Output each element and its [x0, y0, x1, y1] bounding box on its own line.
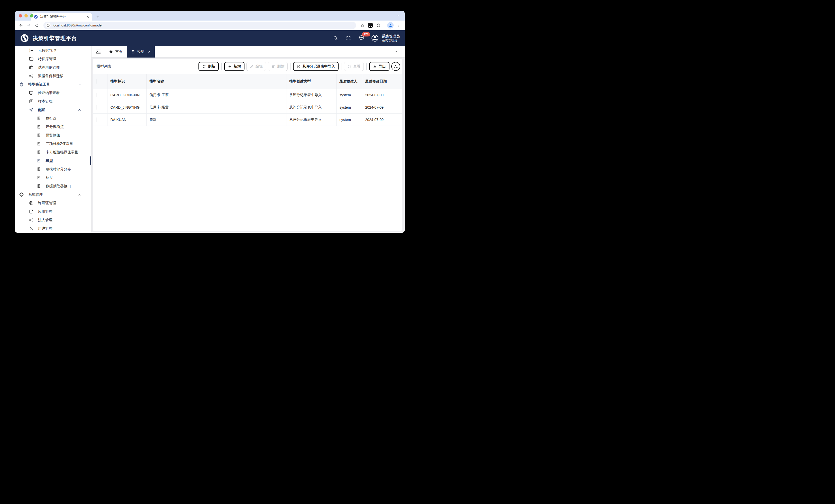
sidebar-item-label: 数据备份和迁移 [38, 74, 63, 78]
sidebar-item-data-extractor-interface[interactable]: 数据抽取器接口 [15, 182, 91, 190]
sidebar-item-ruler[interactable]: 标尺 [15, 173, 91, 182]
site-favicon [34, 15, 38, 19]
sidebar-item-label: 用户管理 [38, 226, 53, 231]
checkbox-cell [93, 101, 107, 113]
sidebar-item-modeling-score-distribution[interactable]: 建模时评分分布 [15, 165, 91, 173]
user-name: 系统管理员 [382, 34, 400, 39]
table-row[interactable]: DAIKUAN贷款从评分记录表中导入system2024-07-09 [93, 113, 402, 126]
forward-button[interactable] [25, 22, 33, 29]
chevron-up-icon[interactable] [77, 192, 82, 197]
trash-icon [271, 64, 275, 68]
site-info-button[interactable] [45, 23, 50, 28]
fullscreen-icon[interactable] [346, 36, 351, 41]
sidebar-item-license-management[interactable]: 许可证管理 [15, 199, 91, 207]
refresh-button[interactable]: 刷新 [199, 62, 219, 71]
tab-model-label: 模型 [137, 49, 144, 54]
row-checkbox[interactable] [96, 105, 96, 110]
maximize-window-button[interactable] [30, 14, 34, 18]
row-checkbox[interactable] [96, 93, 96, 97]
sidebar-item-label: 二项检验Z值常量 [46, 142, 73, 146]
sidebar-item-system-management[interactable]: 系统管理 [15, 190, 91, 199]
table-cell: DAIKUAN [107, 113, 146, 126]
sidebar-item-feature-library-management[interactable]: 特征库管理 [15, 55, 91, 63]
sidebar-item-score-cutoff[interactable]: 评分截断点 [15, 123, 91, 131]
sidebar-item-metadata-management[interactable]: 123元数据管理 [15, 46, 91, 55]
sidebar-item-label: 数据抽取器接口 [46, 184, 71, 189]
sidebar-item-config[interactable]: 配置 [15, 106, 91, 114]
table-cell: 从评分记录表中导入 [286, 113, 336, 126]
sidebar-item-executor[interactable]: 执行器 [15, 114, 91, 123]
sidebar-item-label: 特征库管理 [38, 57, 56, 61]
sidebar-item-binomial-z-constant[interactable]: 二项检验Z值常量 [15, 140, 91, 148]
tab-model-active[interactable]: 模型 [127, 46, 155, 58]
user-menu[interactable]: 系统管理员 系统管理员 [371, 34, 400, 43]
sidebar-item-chi-square-critical-constant[interactable]: 卡方检验临界值常量 [15, 148, 91, 156]
table-row[interactable]: CARD_GONGXIN信用卡-工薪从评分记录表中导入system2024-07… [93, 89, 402, 101]
browser-menu-icon[interactable] [397, 23, 401, 27]
table-header-row: 模型标识模型名称模型创建类型最后修改人最后修改日期 [93, 74, 402, 89]
view-button[interactable]: 查看 [344, 62, 364, 71]
table-row[interactable]: CARD_JINGYING信用卡-经营从评分记录表中导入system2024-0… [93, 101, 402, 113]
checkbox-cell [93, 113, 107, 126]
tab-options-ellipsis-icon[interactable] [394, 49, 399, 54]
user-gear-icon [393, 64, 398, 69]
tab-search-chevron-icon[interactable] [396, 14, 401, 18]
close-window-button[interactable] [19, 14, 22, 18]
column-settings-button[interactable] [391, 62, 400, 71]
home-icon [109, 49, 113, 54]
delete-button[interactable]: 删除 [268, 62, 288, 71]
sidebar-item-validation-result-view[interactable]: 验证结果查看 [15, 89, 91, 97]
sidebar-item-data-backup-migration[interactable]: 数据备份和迁移 [15, 72, 91, 80]
sidebar-item-trial-case-management[interactable]: 试算用例管理 [15, 63, 91, 72]
collapse-sidebar-icon[interactable] [96, 49, 101, 55]
bookmark-star-icon[interactable] [360, 23, 365, 28]
row-checkbox[interactable] [96, 118, 96, 122]
sidebar-item-model-validation-tools[interactable]: 模型验证工具 [15, 80, 91, 89]
active-item-indicator [90, 156, 91, 165]
forward-arrow-icon [27, 23, 31, 27]
tab-home-label: 首页 [115, 49, 122, 54]
chevron-up-icon[interactable] [77, 82, 82, 87]
tab-close-icon[interactable] [86, 15, 90, 19]
toolbar-buttons: 刷新新增编辑删除从评分记录表中导入查看导出 [199, 62, 400, 71]
sidebar-item-label: 验证结果查看 [38, 91, 60, 95]
browser-profile-avatar[interactable] [387, 22, 393, 28]
table-cell: 2024-07-09 [362, 113, 402, 126]
sidebar-item-label: 元数据管理 [38, 48, 56, 53]
messages-button[interactable]: 120 [359, 35, 365, 42]
model-table-wrap: 模型标识模型名称模型创建类型最后修改人最后修改日期 CARD_GONGXIN信用… [93, 74, 402, 126]
new-tab-button[interactable] [95, 14, 101, 20]
user-info: 系统管理员 系统管理员 [382, 34, 400, 43]
close-tab-icon[interactable] [147, 50, 151, 54]
sidebar-item-app-management[interactable]: 应用管理 [15, 207, 91, 216]
browser-toolbar: localhost:8080/#/mv/config/model [15, 21, 405, 30]
refresh-icon [202, 64, 206, 68]
sidebar-menu: 123元数据管理特征库管理试算用例管理数据备份和迁移模型验证工具验证结果查看样本… [15, 46, 91, 233]
gear-icon [19, 192, 24, 197]
sidebar-item-label: 模型验证工具 [28, 82, 50, 87]
sidebar-item-user-management[interactable]: 用户管理 [15, 224, 91, 233]
chevron-up-icon[interactable] [77, 107, 82, 112]
edit-button[interactable]: 编辑 [246, 62, 266, 71]
sidebar-item-label: 法人管理 [38, 218, 53, 223]
extension-shortcut-icon[interactable] [368, 23, 373, 28]
extensions-puzzle-icon[interactable] [376, 23, 381, 28]
import-from-score-records-button[interactable]: 从评分记录表中导入 [293, 62, 339, 71]
receipt-icon [37, 124, 41, 129]
back-button[interactable] [18, 22, 24, 29]
sidebar-item-warning-threshold[interactable]: 预警阈值 [15, 131, 91, 140]
content-card: 模型列表 刷新新增编辑删除从评分记录表中导入查看导出 模型标识模型名称模型创建类… [93, 59, 402, 231]
select-all-checkbox[interactable] [96, 79, 96, 84]
address-bar[interactable]: localhost:8080/#/mv/config/model [43, 22, 356, 29]
search-icon[interactable] [333, 36, 338, 41]
url-text[interactable]: localhost:8080/#/mv/config/model [53, 23, 102, 27]
tab-home[interactable]: 首页 [109, 49, 122, 54]
export-button[interactable]: 导出 [369, 62, 389, 71]
minimize-window-button[interactable] [24, 14, 28, 18]
sidebar-item-legal-entity-management[interactable]: 法人管理 [15, 216, 91, 224]
sidebar-item-model[interactable]: 模型 [15, 156, 91, 165]
add-button[interactable]: 新增 [224, 62, 244, 71]
browser-tab[interactable]: 决策引擎管理平台 [31, 13, 92, 21]
sidebar-item-sample-management[interactable]: 样本管理 [15, 97, 91, 106]
reload-button[interactable] [34, 22, 40, 29]
